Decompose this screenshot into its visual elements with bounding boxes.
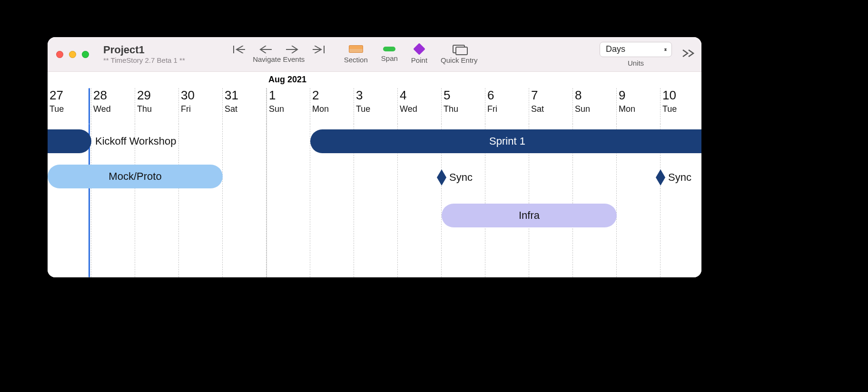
day-of-week: Sun (575, 104, 590, 114)
grid-column (179, 124, 223, 277)
grid-column (266, 124, 310, 277)
event-kickoff-workshop[interactable] (48, 129, 91, 153)
event-sprint-1[interactable]: Sprint 1 (310, 129, 701, 153)
day-header: 30Fri (179, 88, 223, 124)
nav-prev-button[interactable] (259, 46, 272, 53)
day-of-week: Sat (225, 104, 237, 114)
close-icon[interactable] (56, 51, 63, 58)
grid-column (223, 124, 266, 277)
day-of-week: Fri (181, 104, 191, 114)
day-number: 4 (400, 88, 406, 103)
span-icon (383, 47, 395, 51)
document-subtitle: ** TimeStory 2.7 Beta 1 ** (103, 57, 185, 65)
section-icon (349, 45, 363, 53)
navigate-events-group: Navigate Events (233, 46, 325, 63)
titlebar: Project1 ** TimeStory 2.7 Beta 1 ** (48, 37, 701, 72)
day-of-week: Sun (269, 104, 284, 114)
day-number: 5 (444, 88, 450, 103)
day-of-week: Tue (662, 104, 677, 114)
svg-marker-7 (656, 169, 665, 186)
day-number: 10 (662, 88, 676, 103)
day-of-week: Sat (531, 104, 544, 114)
day-header: 4Wed (398, 88, 442, 124)
document-title-block: Project1 ** TimeStory 2.7 Beta 1 ** (103, 44, 185, 65)
day-number: 29 (137, 88, 151, 103)
event-kickoff-workshop-label: Kickoff Workshop (95, 135, 176, 147)
toolbar: Navigate Events Section Span Point (233, 45, 478, 64)
units-group: Days ▲▼ Units (600, 42, 672, 67)
day-header: 7Sat (529, 88, 573, 124)
span-button[interactable]: Span (381, 47, 398, 62)
day-header: 29Thu (135, 88, 179, 124)
day-of-week: Thu (444, 104, 458, 114)
nav-next-button[interactable] (286, 46, 298, 53)
day-header: 27Tue (48, 88, 91, 124)
day-number: 30 (181, 88, 195, 103)
minimize-icon[interactable] (69, 51, 76, 58)
today-indicator (89, 88, 90, 124)
day-number: 31 (225, 88, 238, 103)
day-of-week: Fri (487, 104, 497, 114)
day-number: 3 (356, 88, 363, 103)
event-infra[interactable]: Infra (442, 204, 617, 227)
units-select[interactable]: Days ▲▼ (600, 42, 672, 57)
day-header: 10Tue (661, 88, 701, 124)
day-header: 28Wed (91, 88, 135, 124)
point-button[interactable]: Point (411, 45, 427, 64)
day-number: 7 (531, 88, 538, 103)
document-title: Project1 (103, 44, 185, 56)
event-sync-1-label: Sync (449, 171, 473, 184)
nav-first-button[interactable] (233, 46, 245, 53)
day-number: 6 (487, 88, 494, 103)
event-sync-2-label: Sync (668, 171, 691, 184)
day-of-week: Thu (137, 104, 152, 114)
navigate-events-label: Navigate Events (253, 55, 305, 63)
zoom-icon[interactable] (82, 51, 89, 58)
day-header: 5Thu (442, 88, 485, 124)
day-number: 8 (575, 88, 582, 103)
timeline-body[interactable]: Kickoff WorkshopSprint 1Mock/ProtoInfraS… (48, 124, 701, 277)
day-number: 28 (93, 88, 107, 103)
nav-last-button[interactable] (313, 46, 325, 53)
day-header: 3Tue (354, 88, 398, 124)
day-of-week: Wed (400, 104, 417, 114)
day-of-week: Tue (356, 104, 370, 114)
day-number: 1 (269, 88, 276, 103)
day-number: 2 (312, 88, 319, 103)
day-header: 2Mon (310, 88, 354, 124)
quick-entry-button[interactable]: Quick Entry (441, 45, 478, 64)
point-icon (413, 43, 425, 55)
traffic-lights (56, 51, 89, 58)
app-window: Project1 ** TimeStory 2.7 Beta 1 ** (48, 37, 701, 277)
units-label: Units (628, 59, 644, 67)
toolbar-overflow-button[interactable] (681, 49, 695, 59)
day-of-week: Mon (619, 104, 635, 114)
day-number: 9 (619, 88, 625, 103)
day-of-week: Tue (49, 104, 64, 114)
insert-group: Section Span Point Quick Entry (344, 45, 478, 64)
month-label: Aug 2021 (268, 75, 306, 85)
day-number: 27 (49, 88, 63, 103)
day-header: 31Sat (223, 88, 266, 124)
day-header: 9Mon (617, 88, 661, 124)
day-of-week: Wed (93, 104, 111, 114)
quick-entry-icon (453, 45, 466, 53)
day-of-week: Mon (312, 104, 329, 114)
event-sync-1[interactable] (437, 169, 446, 186)
section-button[interactable]: Section (344, 45, 368, 64)
svg-marker-6 (437, 169, 446, 186)
day-header: 6Fri (485, 88, 529, 124)
day-header: 1Sun (266, 88, 310, 124)
event-mock-proto[interactable]: Mock/Proto (48, 165, 223, 188)
timeline-header: Aug 2021 27Tue28Wed29Thu30Fri31Sat1Sun2M… (48, 72, 701, 125)
day-header: 8Sun (573, 88, 617, 124)
event-sync-2[interactable] (656, 169, 665, 186)
